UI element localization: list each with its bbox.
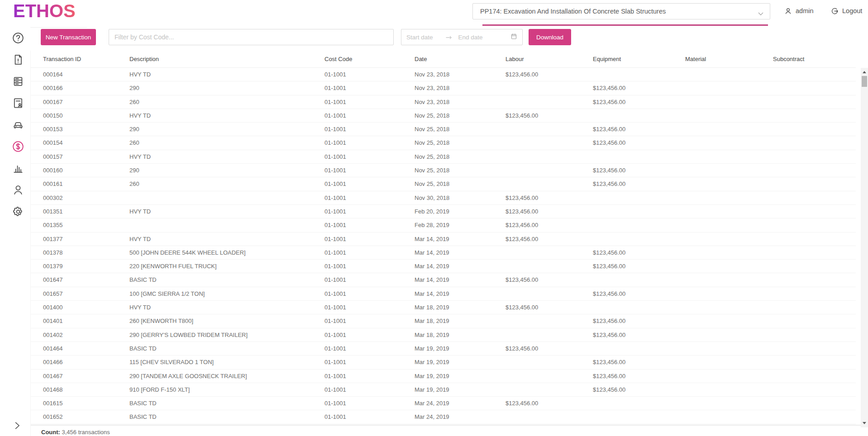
cell-transaction-id: 000302 xyxy=(31,191,117,204)
cell-material xyxy=(673,355,761,369)
cell-equipment: $123,456.00 xyxy=(581,81,673,95)
table-row[interactable]: 001402 290 [GERRY'S LOWBED TRIDEM TRAILE… xyxy=(31,328,856,342)
table-row[interactable]: 001400 HVY TD 01-1001 Mar 18, 2019 $123,… xyxy=(31,301,856,314)
table-row[interactable]: 001379 220 [KENWORTH FUEL TRUCK] 01-1001… xyxy=(31,260,856,273)
table-row[interactable]: 000160 290 01-1001 Nov 25, 2018 $123,456… xyxy=(31,164,856,177)
table-row[interactable]: 000167 260 01-1001 Nov 23, 2018 $123,456… xyxy=(31,95,856,109)
cell-labour: $123,456.00 xyxy=(493,301,581,314)
cell-material xyxy=(673,260,761,273)
cell-material xyxy=(673,273,761,286)
table-row[interactable]: 001467 290 [TANDEM AXLE GOOSNECK TRAILER… xyxy=(31,370,856,383)
table-scrollbar[interactable] xyxy=(861,68,868,427)
cell-subcontract xyxy=(761,383,856,396)
ledger-icon[interactable] xyxy=(12,75,24,88)
cell-material xyxy=(673,191,761,204)
logout-button[interactable]: Logout xyxy=(831,4,862,18)
cell-transaction-id: 001647 xyxy=(31,273,117,286)
cell-description: 220 [KENWORTH FUEL TRUCK] xyxy=(117,260,312,273)
scroll-down-arrow-icon[interactable] xyxy=(863,422,866,424)
document-icon[interactable] xyxy=(12,53,24,66)
scroll-up-arrow-icon[interactable] xyxy=(863,71,866,73)
table-row[interactable]: 000166 290 01-1001 Nov 23, 2018 $123,456… xyxy=(31,81,856,95)
cell-equipment xyxy=(581,150,673,163)
user-menu[interactable]: admin xyxy=(784,4,814,18)
cell-cost-code: 01-1001 xyxy=(312,232,402,246)
table-body: 000164 HVY TD 01-1001 Nov 23, 2018 $123,… xyxy=(31,68,856,425)
cell-material xyxy=(673,136,761,149)
cell-subcontract xyxy=(761,260,856,273)
end-date-placeholder[interactable]: End date xyxy=(458,34,483,41)
table-row[interactable]: 001657 100 [GMC SIERRA 1/2 TON] 01-1001 … xyxy=(31,287,856,301)
cell-transaction-id: 000157 xyxy=(31,150,117,163)
table-row[interactable]: 001466 115 [CHEV SILVERADO 1 TON] 01-100… xyxy=(31,355,856,369)
vehicle-icon[interactable] xyxy=(12,118,24,131)
settings-gear-icon[interactable] xyxy=(12,205,24,218)
cell-labour xyxy=(493,177,581,190)
project-select[interactable]: PP174: Excavation And Installation Of Co… xyxy=(472,3,770,19)
cell-description: 910 [FORD F-150 XLT] xyxy=(117,383,312,396)
cost-code-filter-input[interactable] xyxy=(109,29,394,45)
cell-equipment: $123,456.00 xyxy=(581,246,673,259)
start-date-placeholder[interactable]: Start date xyxy=(406,34,433,41)
col-material: Material xyxy=(673,51,761,67)
cell-cost-code: 01-1001 xyxy=(312,355,402,369)
table-row[interactable]: 000302 01-1001 Nov 30, 2018 $123,456.00 xyxy=(31,191,856,205)
cell-labour xyxy=(493,150,581,163)
sidebar-expand-chevron-icon[interactable] xyxy=(13,421,22,430)
table-row[interactable]: 001351 HVY TD 01-1001 Feb 20, 2019 $123,… xyxy=(31,205,856,218)
cell-description: HVY TD xyxy=(117,109,312,122)
cell-transaction-id: 000167 xyxy=(31,95,117,109)
cell-material xyxy=(673,164,761,177)
users-icon[interactable] xyxy=(12,184,24,196)
cell-transaction-id: 000166 xyxy=(31,81,117,95)
cell-description: 290 [TANDEM AXLE GOOSNECK TRAILER] xyxy=(117,370,312,383)
cell-equipment: $123,456.00 xyxy=(581,164,673,177)
cell-cost-code: 01-1001 xyxy=(312,81,402,95)
table-row[interactable]: 001615 BASIC TD 01-1001 Mar 24, 2019 $12… xyxy=(31,397,856,410)
download-button[interactable]: Download xyxy=(529,29,571,45)
table-row[interactable]: 000161 260 01-1001 Nov 25, 2018 $123,456… xyxy=(31,177,856,191)
table-row[interactable]: 001647 BASIC TD 01-1001 Mar 14, 2019 $12… xyxy=(31,273,856,287)
table-row[interactable]: 000153 290 01-1001 Nov 25, 2018 $123,456… xyxy=(31,123,856,136)
cell-cost-code: 01-1001 xyxy=(312,68,402,81)
cell-description: BASIC TD xyxy=(117,273,312,286)
cell-material xyxy=(673,246,761,259)
table-row[interactable]: 000150 HVY TD 01-1001 Nov 25, 2018 $123,… xyxy=(31,109,856,123)
table-row[interactable]: 000164 HVY TD 01-1001 Nov 23, 2018 $123,… xyxy=(31,68,856,81)
cell-equipment xyxy=(581,109,673,122)
cell-cost-code: 01-1001 xyxy=(312,287,402,300)
help-circle-icon[interactable] xyxy=(12,32,24,44)
table-row[interactable]: 000157 HVY TD 01-1001 Nov 25, 2018 xyxy=(31,150,856,164)
cell-cost-code: 01-1001 xyxy=(312,136,402,149)
cell-description: 260 xyxy=(117,136,312,149)
transactions-dollar-icon[interactable] xyxy=(12,140,24,153)
cell-equipment xyxy=(581,191,673,204)
cell-subcontract xyxy=(761,109,856,122)
reports-chart-icon[interactable] xyxy=(12,162,24,175)
cell-subcontract xyxy=(761,81,856,95)
date-range-picker[interactable]: Start date End date xyxy=(401,29,523,45)
cell-cost-code: 01-1001 xyxy=(312,95,402,109)
table-row[interactable]: 000154 260 01-1001 Nov 25, 2018 $123,456… xyxy=(31,136,856,150)
new-transaction-button[interactable]: New Transaction xyxy=(41,29,96,45)
cell-material xyxy=(673,81,761,95)
table-row[interactable]: 001652 BASIC TD 01-1001 Mar 24, 2019 xyxy=(31,410,856,424)
cell-material xyxy=(673,328,761,341)
cell-material xyxy=(673,177,761,190)
scrollbar-thumb[interactable] xyxy=(862,76,867,87)
table-row[interactable]: 001468 910 [FORD F-150 XLT] 01-1001 Mar … xyxy=(31,383,856,397)
cell-description: 260 xyxy=(117,177,312,190)
cell-cost-code: 01-1001 xyxy=(312,370,402,383)
cell-description: 290 xyxy=(117,123,312,136)
table-row[interactable]: 001464 BASIC TD 01-1001 Mar 19, 2019 $12… xyxy=(31,342,856,355)
table-row[interactable]: 001377 HVY TD 01-1001 Mar 14, 2019 $123,… xyxy=(31,232,856,246)
cell-material xyxy=(673,109,761,122)
cell-subcontract xyxy=(761,314,856,327)
contract-icon[interactable] xyxy=(12,97,24,109)
cell-material xyxy=(673,123,761,136)
table-row[interactable]: 001378 500 [JOHN DEERE 544K WHEEL LOADER… xyxy=(31,246,856,260)
cell-date: Mar 14, 2019 xyxy=(402,232,493,246)
table-row[interactable]: 001355 01-1001 Feb 28, 2019 $123,456.00 xyxy=(31,218,856,232)
cell-transaction-id: 001657 xyxy=(31,287,117,300)
table-row[interactable]: 001401 260 [KENWORTH T800] 01-1001 Mar 1… xyxy=(31,314,856,328)
